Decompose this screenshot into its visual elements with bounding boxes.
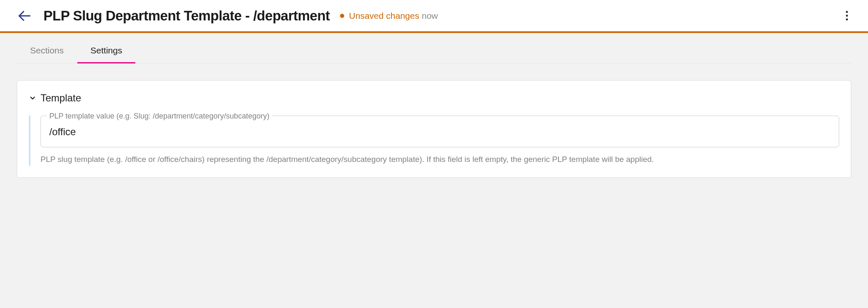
dots-vertical-icon bbox=[846, 11, 848, 13]
tab-bar: Sections Settings bbox=[17, 33, 851, 63]
page-title: PLP Slug Department Template - /departme… bbox=[43, 8, 330, 24]
content-area: Sections Settings Template PLP template … bbox=[0, 33, 868, 194]
section-title: Template bbox=[41, 92, 81, 104]
settings-card: Template PLP template value (e.g. Slug: … bbox=[17, 80, 851, 178]
page-header: PLP Slug Department Template - /departme… bbox=[0, 0, 868, 33]
more-options-button[interactable] bbox=[843, 8, 851, 24]
template-field-wrapper: PLP template value (e.g. Slug: /departme… bbox=[29, 116, 839, 166]
chevron-down-icon bbox=[29, 94, 36, 102]
status-text: Unsaved changes bbox=[349, 11, 419, 21]
tab-settings[interactable]: Settings bbox=[77, 33, 136, 63]
template-value-input[interactable] bbox=[41, 116, 839, 147]
template-help-text: PLP slug template (e.g. /office or /offi… bbox=[41, 153, 839, 166]
status-dot-icon bbox=[340, 14, 344, 18]
status-time: now bbox=[422, 11, 438, 21]
template-input-label: PLP template value (e.g. Slug: /departme… bbox=[47, 112, 272, 121]
template-input-container: PLP template value (e.g. Slug: /departme… bbox=[41, 116, 839, 147]
back-button[interactable] bbox=[17, 8, 32, 23]
status-badge: Unsaved changes now bbox=[340, 11, 438, 21]
tab-sections[interactable]: Sections bbox=[17, 33, 77, 63]
arrow-left-icon bbox=[17, 8, 32, 23]
section-toggle[interactable]: Template bbox=[29, 92, 839, 104]
